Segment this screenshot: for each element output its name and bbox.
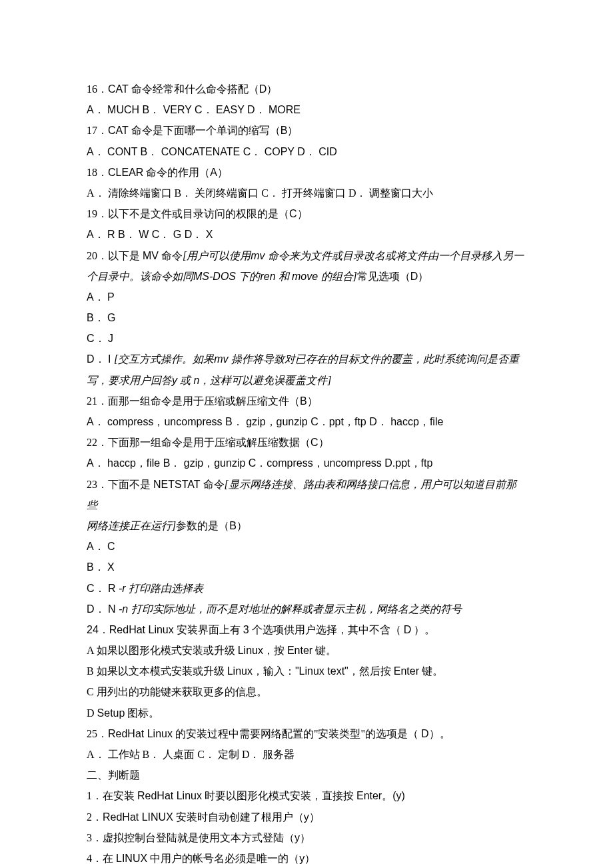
text-span: 下的 — [239, 271, 260, 282]
text-span: MS-DOS — [193, 271, 239, 282]
text-span: 4．在 — [87, 853, 116, 864]
text-line: 17．CAT 命令是下面哪一个单词的缩写（B） — [87, 120, 526, 141]
text-span: 参数的是（ — [176, 520, 229, 531]
text-span: 命令 — [201, 479, 225, 490]
text-line: A． 清除终端窗口 B． 关闭终端窗口 C． 打开终端窗口 D． 调整窗口大小 — [87, 183, 526, 203]
text-span: 24 — [87, 624, 99, 635]
text-span: ，按 — [263, 645, 287, 656]
text-span: ren — [260, 271, 279, 282]
text-span: 21．面那一组命令是用于压缩或解压缩文件（ — [87, 395, 300, 407]
text-span: Enter — [394, 665, 419, 677]
text-span: LINUX — [116, 853, 147, 864]
text-line: 25．RedHat Linux 的安装过程中需要网络配置的"安装类型"的选项是（… — [87, 723, 526, 744]
text-span: ） — [237, 520, 247, 531]
text-span: 常见选项（ — [357, 271, 410, 282]
text-span: ， — [203, 457, 214, 469]
text-span: ，输入： — [253, 665, 295, 677]
text-span: mv — [251, 250, 268, 261]
text-span: 个选项供用户选择，其中不含（ — [249, 624, 404, 635]
text-line: B 如果以文本模式安装或升级 Linux，输入："Linux text"，然后按… — [87, 661, 526, 681]
text-span: Setup — [97, 707, 125, 719]
text-span: 个目录中。该命令如同 — [87, 271, 193, 282]
text-span: 的组合] — [321, 271, 357, 282]
document-content: 16．CAT 命令经常和什么命令搭配（D）A． MUCH B． VERY C． … — [87, 79, 526, 868]
text-span: y — [299, 853, 305, 864]
text-span: 命令 — [159, 250, 183, 261]
text-span: B — [281, 125, 288, 136]
text-span: 。 — [382, 790, 392, 801]
text-span: ）。 — [429, 728, 450, 739]
text-line: D． N -n 打印实际地址，而不是对地址的解释或者显示主机，网络名之类的符号 — [87, 599, 526, 619]
text-line: B． G — [87, 307, 526, 328]
text-span: C — [310, 437, 318, 448]
text-span: 25． — [87, 728, 108, 739]
text-span: B — [300, 395, 307, 407]
text-span: 打印路由选择表 — [129, 583, 203, 594]
text-span: D — [410, 271, 418, 282]
text-span: 写，要求用户回答 — [87, 375, 172, 386]
text-line: A． CONT B． CONCATENATE C． COPY D． CID — [87, 141, 526, 162]
text-span: 键。 — [419, 665, 443, 677]
text-line: 16．CAT 命令经常和什么命令搭配（D） — [87, 79, 526, 99]
text-span: 时要以图形化模式安装，直接按 — [202, 790, 356, 801]
text-span: "Linux text" — [295, 665, 348, 677]
text-span: C． J — [87, 333, 113, 344]
text-span: ） — [305, 853, 315, 864]
text-span: D． I — [87, 353, 114, 365]
text-span: 2． — [87, 811, 103, 823]
text-span: ftp — [421, 457, 433, 469]
text-span: A． R B． W C． G D． X — [87, 229, 213, 240]
text-span: move — [292, 271, 321, 282]
text-line: 22．下面那一组命令是用于压缩或解压缩数据（C） — [87, 432, 526, 453]
text-span: compress — [267, 457, 312, 469]
text-span: ppt — [329, 416, 344, 427]
text-span: 中用户的帐号名必须是唯一的（ — [147, 853, 299, 864]
text-line: 21．面那一组命令是用于压缩或解压缩文件（B） — [87, 391, 526, 411]
text-span: 图标。 — [125, 707, 159, 719]
text-span: ， — [419, 416, 430, 427]
text-span: 3．虚拟控制台登陆就是使用文本方式登陆（ — [87, 832, 295, 843]
text-span: ） — [318, 437, 329, 448]
text-span: 命令来为文件或目录改名或将文件由一个目录移入另一 — [268, 250, 524, 261]
text-span: 命令经常和什么命令搭配（ — [129, 83, 259, 95]
text-span: 19．以下不是文件或目录访问的权限的是（ — [87, 208, 289, 219]
text-span: 安装时自动创建了根用户（ — [173, 811, 304, 823]
text-span: ） — [309, 811, 320, 823]
text-span: 和 — [279, 271, 292, 282]
text-span: A． CONT B． CONCATENATE C． COPY D． CID — [87, 146, 337, 157]
text-line: B． X — [87, 557, 526, 577]
text-span: B． G — [87, 312, 116, 323]
text-line: C 用列出的功能键来获取更多的信息。 — [87, 681, 526, 702]
text-span: 3 — [243, 624, 249, 635]
text-span: D — [87, 707, 97, 719]
text-span: Enter — [356, 790, 382, 801]
text-span: C — [289, 208, 297, 219]
text-span: 16． — [87, 83, 108, 95]
text-line: 19．以下不是文件或目录访问的权限的是（C） — [87, 203, 526, 224]
text-span: CLEAR — [108, 167, 143, 178]
text-span: A． P — [87, 291, 115, 303]
text-span: CAT — [108, 83, 129, 95]
text-line: A． 工作站 B． 人桌面 C． 定制 D． 服务器 — [87, 744, 526, 765]
text-span: 打印实际地址，而不是对地址的解释或者显示主机，网络名之类的符号 — [131, 603, 462, 615]
text-span: A． haccp — [87, 457, 136, 469]
text-span: -r — [119, 583, 129, 594]
text-span: gunzip C — [277, 416, 318, 427]
text-span: ． — [318, 416, 329, 427]
text-span: ． — [256, 457, 267, 469]
text-span: RedHat Linux — [108, 728, 173, 739]
text-span: D． N — [87, 603, 119, 615]
text-span: ） — [418, 271, 428, 282]
text-span: 17． — [87, 125, 108, 136]
text-span: 键。 — [312, 645, 336, 656]
text-span: y — [304, 811, 309, 823]
text-span: uncompress B． gzip — [164, 416, 265, 427]
text-span: ， — [136, 457, 147, 469]
text-span: A． C — [87, 541, 115, 552]
text-span: CAT — [108, 125, 129, 136]
text-line: C． J — [87, 328, 526, 349]
text-line: 2．RedHat LINUX 安装时自动创建了根用户（y） — [87, 807, 526, 827]
text-span: D — [421, 728, 429, 739]
text-span: ， — [266, 416, 277, 427]
text-span: gunzip C — [214, 457, 256, 469]
